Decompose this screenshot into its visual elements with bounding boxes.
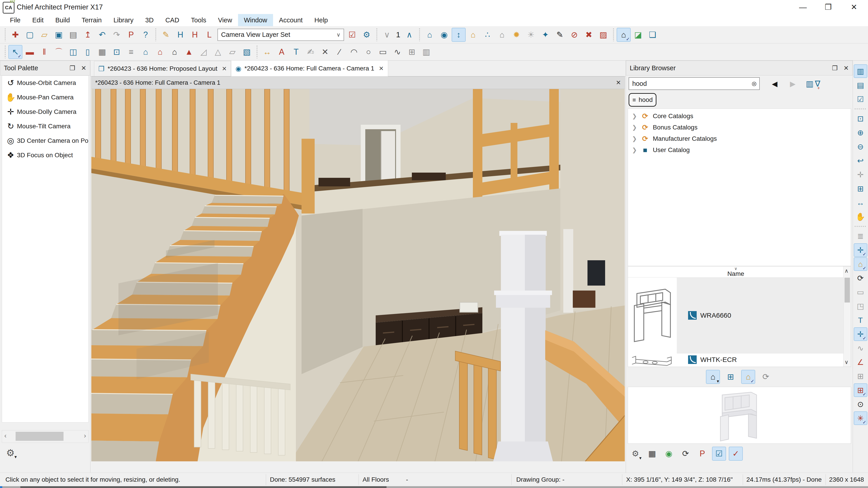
search-forward-icon[interactable]: ▶ [786, 78, 800, 90]
library-browser-rail-icon[interactable]: ▥ [854, 65, 867, 77]
project-browser-rail-icon[interactable]: ▤ [854, 79, 867, 92]
molding-icon[interactable]: ▱ [226, 45, 239, 59]
spray-material-icon[interactable]: ✦ [539, 28, 552, 41]
result-row-whtk-ecr[interactable]: WHTK-ECR [628, 355, 844, 367]
close-view-icon[interactable]: ✕ [616, 79, 621, 86]
menu-tools[interactable]: Tools [185, 14, 212, 26]
properties-panel-icon[interactable]: P [696, 447, 709, 460]
tree-core-catalogs[interactable]: ❯⟳Core Catalogs [628, 110, 851, 122]
print-icon[interactable]: ▤ [67, 28, 80, 41]
expand-view-icon[interactable]: ↔ [854, 196, 867, 209]
restore-button[interactable]: ❐ [815, 0, 841, 14]
angle-snaps-icon[interactable]: ✳✓ [854, 412, 867, 424]
roof-framing-icon[interactable]: ▲ [182, 45, 195, 59]
tree-manufacturer-catalogs[interactable]: ❯⟳Manufacturer Catalogs [628, 133, 851, 144]
palette-item-mouse-tilt-camera[interactable]: ↻Mouse-Tilt Camera [2, 119, 88, 133]
tab-proposed-layout[interactable]: ❐ *260423 - 636 Home: Proposed Layout ✕ [94, 61, 231, 76]
cad-spline-icon[interactable]: ∿ [391, 45, 404, 59]
display-toggle-icon[interactable]: ⌂✓ [617, 28, 630, 41]
print-preview-icon[interactable]: ↥ [81, 28, 94, 41]
cad-circle-icon[interactable]: ○ [362, 45, 375, 59]
layer-stack-icon[interactable]: ≣ [854, 230, 867, 242]
undo-zoom-icon[interactable]: ↩ [854, 154, 867, 167]
refresh-results-icon[interactable]: ⟳ [759, 370, 772, 383]
walkthrough-icon[interactable]: ∴ [481, 28, 494, 41]
scrollbar-thumb[interactable] [16, 432, 64, 441]
menu-terrain[interactable]: Terrain [76, 14, 107, 26]
window-tool-icon[interactable]: ◫ [67, 45, 80, 59]
menu-window[interactable]: Window [238, 14, 273, 26]
scrollbar-thumb[interactable] [844, 278, 850, 302]
toolbar-grip[interactable] [4, 29, 6, 41]
result-row-wra6660[interactable]: WRA6660 [628, 277, 844, 354]
material-eyedropper-icon[interactable]: ✎ [553, 28, 566, 41]
help-icon[interactable]: ? [139, 28, 152, 41]
fill-window-icon[interactable]: ✛ [854, 168, 867, 181]
cad-block-icon[interactable]: ▥ [420, 45, 433, 59]
pan-window-icon[interactable]: ✋ [854, 210, 867, 223]
frame-border-icon[interactable]: ▭ [854, 286, 867, 298]
close-tab-icon[interactable]: ✕ [379, 65, 384, 72]
expand-chevron-icon[interactable]: ❯ [632, 135, 638, 142]
layer-settings-wrench-icon[interactable]: ⚙ [360, 28, 373, 41]
tile-windows-icon[interactable]: ❏ [646, 28, 659, 41]
room-tool-icon[interactable]: ⌂ [153, 45, 166, 59]
tree-user-catalog[interactable]: ❯■User Catalog [628, 144, 851, 156]
cad-point-icon[interactable]: ✕ [318, 45, 332, 59]
cad-detail-icon[interactable]: ⊞ [405, 45, 418, 59]
zoom-out-icon[interactable]: ⊖ [854, 140, 867, 153]
result-name-cell[interactable]: WRA6660 [677, 277, 844, 354]
new-layout-icon[interactable]: ▢ [23, 28, 36, 41]
library-settings-gear-icon[interactable]: ⚙▾ [629, 447, 642, 460]
float-panel-icon[interactable]: ❐ [69, 64, 75, 72]
crosshair-check-icon[interactable]: ✛✓ [854, 244, 867, 256]
blend-colors-icon[interactable]: ▨ [597, 28, 610, 41]
door-tool-icon[interactable]: ▯ [81, 45, 94, 59]
text-dimension-icon[interactable]: T [854, 314, 867, 326]
xyz-axes-icon[interactable]: ∠ [854, 356, 867, 368]
cabinet-tool-icon[interactable]: ▦ [96, 45, 109, 59]
expand-chevron-icon[interactable]: ❯ [632, 147, 638, 154]
center-object-icon[interactable]: ⊞ [854, 182, 867, 195]
layer-display-rail-icon[interactable]: ☑ [854, 93, 867, 105]
preview-pane-icon[interactable]: ◉ [662, 447, 675, 460]
snap-grid-icon[interactable]: ⊞✓ [854, 384, 867, 396]
show-tree-view-icon[interactable]: ☑ [712, 447, 725, 460]
palette-item-mouse-orbit-camera[interactable]: ↺Mouse-Orbit Camera [2, 76, 88, 90]
menu-library[interactable]: Library [107, 14, 140, 26]
adjust-lights-icon[interactable]: ✹ [510, 28, 523, 41]
scroll-down-icon[interactable]: ∨ [844, 359, 848, 365]
cad-line-icon[interactable]: ∕ [333, 45, 346, 59]
layer-sets-icon[interactable]: L [203, 28, 216, 41]
temporary-dims-icon[interactable]: ✛✓ [854, 328, 867, 340]
skylight-icon[interactable]: △ [211, 45, 224, 59]
placement-roof-icon[interactable]: ⌂✓ [742, 370, 755, 383]
select-objects-icon[interactable]: ↖✓ [9, 45, 22, 59]
layer-set-dropdown[interactable]: Camera View Layer Set ∨ [217, 29, 344, 41]
down-one-floor-icon[interactable]: ∨ [380, 28, 394, 41]
palette-settings-gear-icon[interactable]: ⚙▾ [4, 447, 17, 459]
minimize-button[interactable]: — [790, 0, 815, 14]
menu-account[interactable]: Account [273, 14, 309, 26]
menu-view[interactable]: View [212, 14, 238, 26]
scroll-right-icon[interactable]: › [84, 432, 86, 440]
dormer-tool-icon[interactable]: ⌂ [168, 45, 181, 59]
new-plan-icon[interactable]: ✚ [9, 28, 22, 41]
text-tool-icon[interactable]: T [289, 45, 303, 59]
palette-item-focus-on-object[interactable]: ❖3D Focus on Object [2, 148, 88, 162]
save-hotkey-blue-icon[interactable]: H [174, 28, 187, 41]
menu-file[interactable]: File [4, 14, 26, 26]
electrical-tool-icon[interactable]: ⊡ [110, 45, 123, 59]
float-panel-icon[interactable]: ❐ [832, 64, 837, 72]
object-eyedropper-icon[interactable]: ⊘ [568, 28, 581, 41]
clear-search-icon[interactable]: ⊗ [751, 80, 757, 88]
search-back-icon[interactable]: ◀ [768, 78, 781, 90]
camera-viewport[interactable] [91, 89, 625, 461]
edit-active-view-icon[interactable]: ✎ [159, 28, 173, 41]
palette-item-center-camera-on-point[interactable]: ◎3D Center Camera on Po [2, 133, 88, 148]
mouse-orbit-camera-icon[interactable]: ↕ [452, 28, 465, 41]
online-catalogs-icon[interactable]: ▥ [806, 77, 813, 90]
save-icon[interactable]: ▣ [52, 28, 65, 41]
menu-cad[interactable]: CAD [160, 14, 185, 26]
text-leader-icon[interactable]: A [275, 45, 288, 59]
